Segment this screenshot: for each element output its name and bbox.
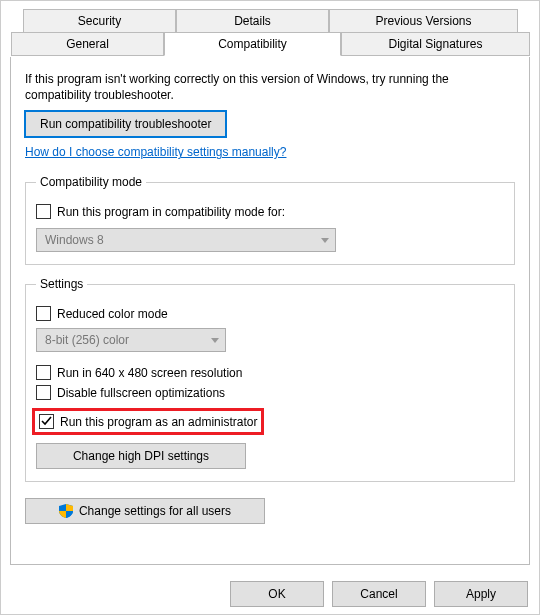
run-as-admin-highlight: Run this program as an administrator xyxy=(32,408,264,435)
compat-mode-checkbox[interactable] xyxy=(36,204,51,219)
reduced-color-checkbox[interactable] xyxy=(36,306,51,321)
change-all-users-button[interactable]: Change settings for all users xyxy=(25,498,265,524)
tab-security[interactable]: Security xyxy=(23,9,176,33)
tabs-area: Security Details Previous Versions Gener… xyxy=(11,9,529,59)
compat-mode-select[interactable]: Windows 8 xyxy=(36,228,336,252)
compat-mode-label: Run this program in compatibility mode f… xyxy=(57,205,285,219)
tab-compatibility[interactable]: Compatibility xyxy=(164,32,341,56)
run-640-label: Run in 640 x 480 screen resolution xyxy=(57,366,242,380)
settings-legend: Settings xyxy=(36,277,87,291)
settings-group: Settings Reduced color mode 8-bit (256) … xyxy=(25,277,515,482)
apply-button[interactable]: Apply xyxy=(434,581,528,607)
help-link[interactable]: How do I choose compatibility settings m… xyxy=(25,145,286,159)
run-640-checkbox[interactable] xyxy=(36,365,51,380)
dialog-buttons: OK Cancel Apply xyxy=(230,581,528,607)
reduced-color-label: Reduced color mode xyxy=(57,307,168,321)
run-as-admin-label: Run this program as an administrator xyxy=(60,415,257,429)
chevron-down-icon xyxy=(211,338,219,343)
compatibility-mode-group: Compatibility mode Run this program in c… xyxy=(25,175,515,265)
tab-digital-signatures[interactable]: Digital Signatures xyxy=(341,32,530,56)
run-as-admin-checkbox[interactable] xyxy=(39,414,54,429)
ok-button[interactable]: OK xyxy=(230,581,324,607)
tab-general[interactable]: General xyxy=(11,32,164,56)
run-troubleshooter-button[interactable]: Run compatibility troubleshooter xyxy=(25,111,226,137)
disable-fullscreen-label: Disable fullscreen optimizations xyxy=(57,386,225,400)
intro-text: If this program isn't working correctly … xyxy=(25,71,515,103)
compatibility-mode-legend: Compatibility mode xyxy=(36,175,146,189)
shield-icon xyxy=(59,504,73,518)
change-dpi-button[interactable]: Change high DPI settings xyxy=(36,443,246,469)
tab-details[interactable]: Details xyxy=(176,9,329,33)
disable-fullscreen-checkbox[interactable] xyxy=(36,385,51,400)
color-mode-select[interactable]: 8-bit (256) color xyxy=(36,328,226,352)
tab-body-compatibility: If this program isn't working correctly … xyxy=(10,57,530,565)
chevron-down-icon xyxy=(321,238,329,243)
cancel-button[interactable]: Cancel xyxy=(332,581,426,607)
tab-previous-versions[interactable]: Previous Versions xyxy=(329,9,518,33)
